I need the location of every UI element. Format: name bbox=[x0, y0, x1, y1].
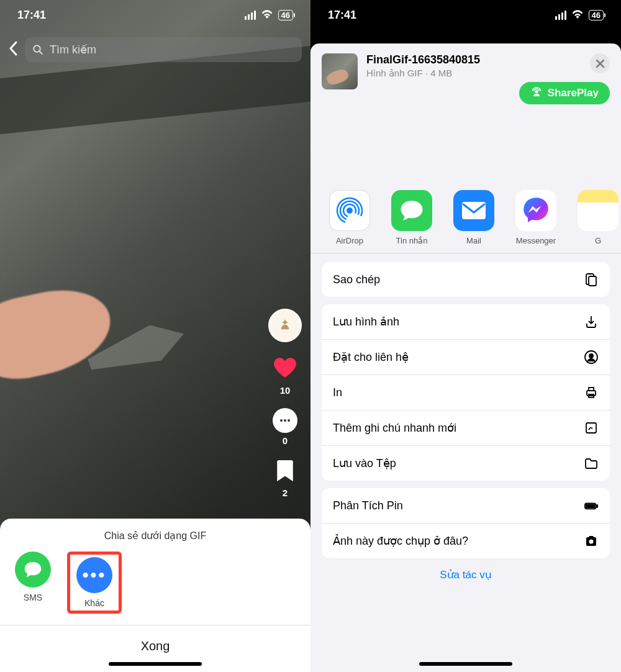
top-bar: Tìm kiếm bbox=[0, 31, 310, 68]
share-sheet-title: Chia sẻ dưới dạng GIF bbox=[0, 530, 310, 542]
extra-label: G bbox=[595, 236, 601, 245]
close-button[interactable] bbox=[590, 53, 610, 73]
copy-icon bbox=[584, 272, 599, 287]
battery-indicator: 46 bbox=[589, 10, 604, 20]
bookmark-button[interactable]: 2 bbox=[274, 458, 296, 498]
back-button[interactable] bbox=[9, 41, 17, 58]
action-print[interactable]: In bbox=[322, 375, 610, 410]
svg-point-20 bbox=[589, 540, 594, 544]
status-right: 46 bbox=[555, 9, 604, 22]
shareplay-label: SharePlay bbox=[548, 87, 599, 99]
share-options-row: SMS ••• Khác bbox=[0, 552, 310, 625]
mail-icon bbox=[453, 190, 494, 231]
app-messenger[interactable]: Messenger bbox=[510, 190, 561, 245]
airdrop-label: AirDrop bbox=[336, 236, 363, 245]
battery-analyze-label: Phân Tích Pin bbox=[333, 499, 403, 512]
battery-indicator: 46 bbox=[278, 10, 293, 20]
airdrop-icon bbox=[329, 190, 370, 231]
share-option-sms[interactable]: SMS bbox=[15, 552, 51, 614]
status-time: 17:41 bbox=[328, 9, 356, 22]
svg-rect-9 bbox=[462, 202, 486, 219]
svg-point-4 bbox=[535, 90, 538, 93]
file-thumbnail bbox=[322, 53, 358, 89]
edit-actions-link[interactable]: Sửa tác vụ bbox=[322, 566, 610, 581]
messenger-icon bbox=[515, 190, 556, 231]
contacts-area bbox=[310, 99, 621, 186]
where-taken-label: Ảnh này được chụp ở đâu? bbox=[333, 534, 468, 548]
quick-note-icon bbox=[584, 420, 599, 435]
svg-point-3 bbox=[288, 419, 290, 422]
svg-point-1 bbox=[280, 419, 283, 422]
svg-point-5 bbox=[347, 207, 353, 214]
right-phone-screen: 17:41 46 FinalGif-16635840815 Hình ảnh G… bbox=[310, 0, 621, 672]
file-name: FinalGif-16635840815 bbox=[366, 53, 581, 66]
status-bar: 17:41 46 bbox=[310, 0, 621, 30]
action-where-taken[interactable]: Ảnh này được chụp ở đâu? bbox=[322, 523, 610, 558]
hand-illustration bbox=[0, 280, 119, 388]
save-image-label: Lưu hình ảnh bbox=[333, 315, 399, 329]
status-bar: 17:41 46 bbox=[0, 0, 310, 30]
status-right: 46 bbox=[245, 9, 293, 22]
folder-icon bbox=[584, 456, 599, 471]
search-icon bbox=[32, 44, 43, 55]
share-sheet: Chia sẻ dưới dạng GIF SMS ••• Khác Xong bbox=[0, 519, 310, 672]
status-time: 17:41 bbox=[17, 9, 46, 22]
home-indicator[interactable] bbox=[419, 662, 512, 666]
action-list[interactable]: Sao chép Lưu hình ảnh Đặt cho liên hệ In bbox=[310, 253, 621, 600]
download-icon bbox=[584, 314, 599, 329]
comment-count: 0 bbox=[283, 435, 288, 446]
cellular-icon bbox=[245, 11, 256, 20]
print-icon bbox=[584, 385, 599, 400]
like-button[interactable]: 10 bbox=[272, 355, 298, 396]
file-meta: Hình ảnh GIF · 4 MB bbox=[366, 68, 581, 79]
shareplay-button[interactable]: SharePlay bbox=[519, 82, 610, 104]
action-assign-contact[interactable]: Đặt cho liên hệ bbox=[322, 339, 610, 375]
mail-label: Mail bbox=[466, 236, 481, 245]
action-group-copy: Sao chép bbox=[322, 262, 610, 297]
action-group-main: Lưu hình ảnh Đặt cho liên hệ In Thêm ghi… bbox=[322, 304, 610, 481]
side-actions: 10 0 2 bbox=[268, 309, 302, 498]
assign-contact-label: Đặt cho liên hệ bbox=[333, 350, 409, 364]
app-mail[interactable]: Mail bbox=[448, 190, 499, 245]
ios-share-sheet: FinalGif-16635840815 Hình ảnh GIF · 4 MB… bbox=[310, 43, 621, 672]
heart-icon bbox=[272, 355, 298, 383]
wifi-icon bbox=[571, 9, 584, 22]
bookmark-icon bbox=[274, 458, 296, 485]
file-header: FinalGif-16635840815 Hình ảnh GIF · 4 MB… bbox=[310, 43, 621, 99]
action-quick-note[interactable]: Thêm ghi chú nhanh mới bbox=[322, 410, 610, 445]
like-count: 10 bbox=[280, 385, 291, 396]
deer-icon bbox=[276, 316, 294, 335]
svg-rect-14 bbox=[589, 388, 594, 391]
sms-label: SMS bbox=[24, 593, 42, 602]
action-copy-label: Sao chép bbox=[333, 273, 380, 286]
app-messages[interactable]: Tin nhắn bbox=[386, 190, 437, 245]
messages-icon bbox=[391, 190, 432, 231]
svg-rect-10 bbox=[589, 276, 596, 286]
app-row: AirDrop Tin nhắn Mail Messenger bbox=[310, 186, 621, 253]
home-indicator[interactable] bbox=[109, 662, 202, 666]
action-save-files[interactable]: Lưu vào Tệp bbox=[322, 445, 610, 481]
svg-rect-19 bbox=[586, 504, 595, 508]
camera-icon bbox=[584, 534, 599, 548]
app-extra[interactable]: G bbox=[573, 190, 621, 245]
annotation-highlight: ••• Khác bbox=[67, 552, 122, 614]
more-icon: ••• bbox=[76, 557, 112, 593]
action-save-image[interactable]: Lưu hình ảnh bbox=[322, 304, 610, 339]
save-files-label: Lưu vào Tệp bbox=[333, 456, 396, 470]
creator-avatar[interactable] bbox=[268, 309, 302, 342]
contact-icon bbox=[584, 350, 599, 365]
app-airdrop[interactable]: AirDrop bbox=[324, 190, 375, 245]
svg-point-12 bbox=[589, 354, 593, 358]
sms-icon bbox=[15, 552, 51, 588]
comment-icon bbox=[273, 408, 297, 433]
action-battery-analyze[interactable]: Phân Tích Pin bbox=[322, 488, 610, 523]
more-label: Khác bbox=[84, 598, 104, 608]
left-phone-screen: 17:41 46 Tìm kiếm 10 0 bbox=[0, 0, 310, 672]
quick-note-label: Thêm ghi chú nhanh mới bbox=[333, 421, 456, 435]
action-copy[interactable]: Sao chép bbox=[322, 262, 610, 297]
share-option-more[interactable]: ••• Khác bbox=[76, 557, 112, 608]
comment-button[interactable]: 0 bbox=[273, 408, 297, 446]
search-input[interactable]: Tìm kiếm bbox=[25, 37, 302, 62]
svg-rect-18 bbox=[596, 505, 597, 507]
shareplay-icon bbox=[530, 87, 543, 99]
